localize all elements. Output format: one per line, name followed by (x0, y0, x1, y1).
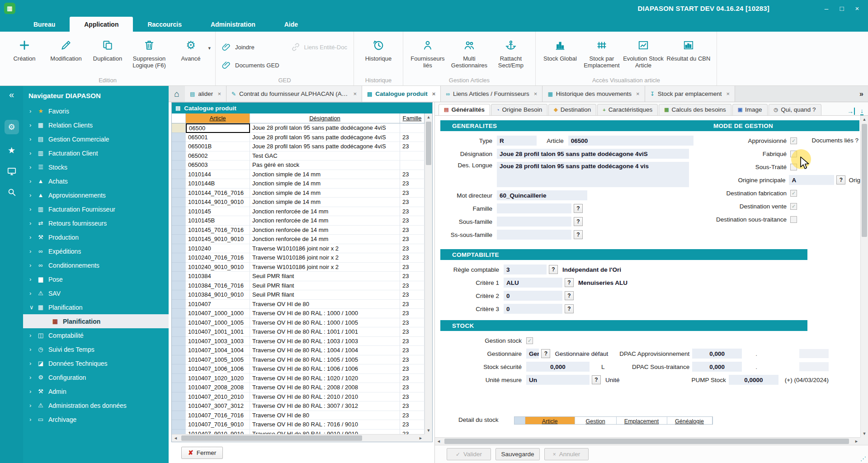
ss-sous-famille-help-button[interactable]: ? (574, 230, 583, 239)
article-cell[interactable]: 1010144B (186, 179, 250, 189)
tab-stock-par-emplacement[interactable]: ↧ Stock par emplacement × (645, 86, 735, 102)
table-row[interactable]: 1010240 Traverse W1010186 joint noir x 2… (172, 244, 425, 254)
monitor-icon[interactable] (7, 166, 17, 176)
row-selector-cell[interactable] (172, 263, 186, 272)
designation-cell[interactable]: Traverse OV HI de 80 RAL : 9010 / 9010 (250, 430, 400, 435)
famille-cell[interactable]: 23 (400, 392, 425, 402)
article-cell[interactable]: 1010145_9010_9010 (186, 235, 250, 244)
row-selector-cell[interactable] (172, 170, 186, 180)
article-cell[interactable]: 1010407_7016_9010 (186, 420, 250, 430)
sidebar-item-comptabilit[interactable]: › ◫ Comptabilité (23, 328, 169, 342)
row-selector-cell[interactable] (172, 189, 186, 198)
chevron-icon[interactable]: › (29, 332, 36, 339)
mini-header-emplacement[interactable]: Emplacement (617, 417, 667, 425)
designation-cell[interactable]: Joue 28 profil talon 95 sans patte dodéc… (250, 123, 400, 133)
column-header-article[interactable]: Article (186, 113, 250, 123)
row-selector-cell[interactable] (172, 142, 186, 151)
menu-item-administration[interactable]: Administration (196, 17, 270, 32)
pane-right-icon[interactable]: → (847, 108, 855, 115)
favorites-star-icon[interactable]: ★ (8, 145, 15, 156)
table-row[interactable]: 1010145_9010_9010 Jonction renforcée de … (172, 235, 425, 244)
famille-cell[interactable]: 23 (400, 300, 425, 309)
scroll-thumb[interactable] (426, 122, 431, 165)
table-row[interactable]: 065001 Joue 28 profil talon 95 sans patt… (172, 133, 425, 142)
table-row[interactable]: 1010407_7016_7016 Traverse OV HI de 80 2… (172, 411, 425, 420)
famille-cell[interactable]: 23 (400, 189, 425, 198)
table-row[interactable]: 1010407_2010_2010 Traverse OV HI de 80 R… (172, 392, 425, 402)
download-icon[interactable]: ↓ (860, 107, 863, 115)
destination-sous-traitance-checkbox[interactable] (790, 216, 797, 223)
tab-alider[interactable]: ▤ alider × (185, 86, 226, 102)
destination-vente-checkbox[interactable] (790, 203, 797, 210)
designation-cell[interactable]: Traverse W1010186 joint noir x 2 (250, 253, 400, 263)
famille-field[interactable] (497, 203, 571, 213)
origine-principale-field[interactable]: A (789, 175, 834, 185)
scroll-thumb[interactable] (181, 435, 362, 441)
historique-button[interactable]: Historique (358, 33, 399, 62)
table-row[interactable]: 1010145 Jonction renforcée de 14 mm 23 (172, 207, 425, 217)
tab-liens-articles-fournisseurs[interactable]: ∞ Liens Articles / Fournisseurs × (441, 86, 542, 102)
table-row[interactable]: 065002 Test GAC (172, 151, 425, 161)
designation-cell[interactable]: Seuil PMR filant (250, 272, 400, 281)
menu-item-application[interactable]: Application (70, 17, 133, 32)
scroll-right-icon[interactable]: ► (417, 435, 425, 442)
scroll-down-icon[interactable]: ▼ (861, 430, 868, 437)
table-row[interactable]: 06500 Joue 28 profil talon 95 sans patte… (172, 123, 425, 133)
designation-cell[interactable]: Jonction simple de 14 mm (250, 189, 400, 198)
duplication-button[interactable]: Duplication (87, 33, 128, 62)
tab-historique-des-mouvements[interactable]: ▦ Historique des mouvements × (542, 86, 645, 102)
avance-button[interactable]: ⚙ Avancé ▾ (170, 33, 212, 62)
settings-gear-icon[interactable]: ⚙ (5, 120, 19, 134)
scroll-thumb[interactable] (444, 439, 849, 444)
row-selector-cell[interactable] (172, 179, 186, 189)
chevron-icon[interactable]: › (29, 374, 36, 381)
chevron-icon[interactable]: › (29, 290, 36, 297)
famille-cell[interactable]: 23 (400, 420, 425, 430)
famille-cell[interactable]: 23 (400, 198, 425, 207)
row-selector-cell[interactable] (172, 272, 186, 281)
designation-cell[interactable]: Traverse OV HI de 80 RAL : 3007 / 3012 (250, 402, 400, 411)
sidebar-item-retours-fournisseurs[interactable]: › ⇄ Retours fournisseurs (23, 216, 169, 230)
tab-catalogue-produit[interactable]: ▤ Catalogue produit × (362, 86, 441, 102)
table-row[interactable]: 1010407_1005_1005 Traverse OV HI de 80 R… (172, 355, 425, 365)
sous-famille-help-button[interactable]: ? (574, 217, 583, 226)
tab-close-icon[interactable]: × (432, 90, 436, 97)
table-row[interactable]: 1010384 Seuil PMR filant 23 (172, 272, 425, 281)
famille-cell[interactable]: 23 (400, 179, 425, 189)
detail-tab-caract-ristiques[interactable]: + Caractéristiques (597, 104, 658, 115)
article-cell[interactable]: 1010407_1000_1005 (186, 318, 250, 328)
row-selector-cell[interactable] (172, 374, 186, 383)
des-longue-field[interactable]: Joue 28 profil talon 95 sans patte dodéc… (497, 162, 689, 187)
documents-ged-button[interactable]: Documents GED (222, 61, 279, 70)
famille-cell[interactable]: 23 (400, 364, 425, 374)
table-row[interactable]: 1010240_9010_9010 Traverse W1010186 join… (172, 263, 425, 272)
designation-cell[interactable]: Jonction simple de 14 mm (250, 179, 400, 189)
approvisionne-checkbox[interactable] (790, 137, 797, 144)
valider-button[interactable]: ✓ Valider (447, 448, 491, 460)
menu-item-bureau[interactable]: Bureau (19, 17, 70, 32)
article-cell[interactable]: 06500 (186, 123, 250, 133)
dpac-appro-field[interactable]: 0,000 (692, 349, 742, 359)
unite-mesure-field[interactable]: Un (526, 375, 590, 385)
article-cell[interactable]: 1010384_7016_7016 (186, 281, 250, 291)
table-row[interactable]: 1010407 Traverse OV HI de 80 23 (172, 300, 425, 309)
article-cell[interactable]: 1010407_1020_1020 (186, 374, 250, 383)
dpac-appro-extra-field[interactable] (799, 349, 829, 358)
chevron-icon[interactable]: › (29, 108, 36, 114)
mot-directeur-field[interactable]: 60_Quincaillerie (497, 190, 587, 200)
famille-cell[interactable]: 23 (400, 142, 425, 151)
article-cell[interactable]: 065001B (186, 142, 250, 151)
article-cell[interactable]: 1010240_9010_9010 (186, 263, 250, 272)
designation-cell[interactable]: Jonction renforcée de 14 mm (250, 207, 400, 217)
row-selector-cell[interactable] (172, 133, 186, 142)
sidebar-item-suivi-des-temps[interactable]: › ◷ Suivi des Temps (23, 342, 169, 356)
row-selector-cell[interactable] (172, 383, 186, 392)
article-cell[interactable]: 1010407_1004_1004 (186, 346, 250, 355)
table-row[interactable]: 1010407_3007_3012 Traverse OV HI de 80 R… (172, 402, 425, 411)
row-selector-cell[interactable] (172, 207, 186, 217)
designation-cell[interactable]: Traverse OV HI de 80 (250, 300, 400, 309)
famille-cell[interactable]: 23 (400, 430, 425, 435)
famille-cell[interactable]: 23 (400, 383, 425, 392)
row-selector-cell[interactable] (172, 364, 186, 374)
fournisseurs-lies-button[interactable]: Fournisseurs liés (407, 33, 448, 69)
